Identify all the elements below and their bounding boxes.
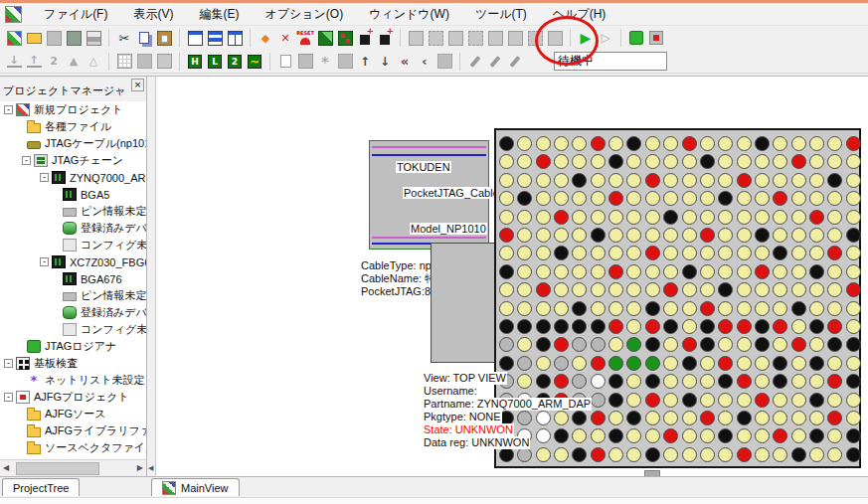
- splitter-collapse-icon[interactable]: ◀: [148, 464, 153, 472]
- status-field[interactable]: [554, 52, 667, 71]
- bga-ball[interactable]: [700, 191, 715, 206]
- bga-ball[interactable]: [718, 136, 733, 151]
- bga-ball[interactable]: [517, 337, 532, 352]
- bga-ball[interactable]: [645, 191, 660, 206]
- bga-ball[interactable]: [608, 337, 623, 352]
- bga-ball[interactable]: [682, 411, 697, 425]
- print-button[interactable]: [84, 27, 103, 49]
- bga-ball[interactable]: [572, 191, 587, 206]
- tree-item[interactable]: -ZYNQ7000_ARM_D: [0, 169, 146, 186]
- tree-item[interactable]: AJFGライブラリファイ: [0, 422, 146, 439]
- bga-ball[interactable]: [773, 282, 787, 297]
- bga-ball[interactable]: [755, 411, 770, 425]
- bga-ball[interactable]: [773, 173, 787, 188]
- bga-ball[interactable]: [809, 228, 824, 243]
- bga-ball[interactable]: [645, 136, 660, 151]
- bga-ball[interactable]: [737, 136, 752, 151]
- bga-ball[interactable]: [718, 356, 733, 371]
- bga-ball[interactable]: [608, 136, 623, 151]
- bga-ball[interactable]: [591, 282, 606, 297]
- bga-ball[interactable]: [663, 246, 678, 260]
- bga-ball[interactable]: [737, 356, 752, 371]
- bga-ball[interactable]: [791, 356, 806, 371]
- bga-ball[interactable]: [663, 393, 678, 408]
- bga-ball[interactable]: [499, 228, 514, 243]
- bga-ball[interactable]: [608, 356, 623, 371]
- bga-ball[interactable]: [572, 301, 587, 316]
- bga-ball[interactable]: [608, 154, 623, 169]
- bga-ball[interactable]: [809, 210, 824, 225]
- bga-ball[interactable]: [554, 301, 569, 316]
- bga-ball[interactable]: [645, 173, 660, 188]
- menu-item-edit[interactable]: 編集(E): [186, 3, 252, 25]
- bga-ball[interactable]: [663, 411, 678, 425]
- bga-ball[interactable]: [626, 374, 641, 389]
- tree-item[interactable]: 登録済みデバ: [0, 220, 146, 237]
- bga-ball[interactable]: [626, 228, 641, 243]
- bga-ball[interactable]: [809, 246, 824, 260]
- bga-ball[interactable]: [737, 246, 752, 260]
- bga-ball[interactable]: [718, 393, 733, 408]
- bga-ball[interactable]: [499, 191, 514, 206]
- bga-ball[interactable]: [791, 411, 806, 425]
- bga-ball[interactable]: [791, 447, 806, 462]
- bga-ball[interactable]: [591, 191, 606, 206]
- bga-ball[interactable]: [737, 210, 752, 225]
- bga-ball[interactable]: [554, 154, 569, 169]
- bga-ball[interactable]: [645, 319, 660, 334]
- waveform-button[interactable]: ~: [245, 51, 264, 73]
- bga-ball[interactable]: [536, 210, 551, 225]
- bga-ball[interactable]: [645, 228, 660, 243]
- bga-ball[interactable]: [755, 428, 770, 443]
- bga-ball[interactable]: [626, 191, 641, 206]
- bga-ball[interactable]: [809, 428, 824, 443]
- bga-ball[interactable]: [700, 282, 715, 297]
- bga-ball[interactable]: [682, 264, 697, 279]
- jtag-cable-box[interactable]: TOKUDEN PocketJTAG_Cable Model_NP1010: [369, 140, 489, 250]
- bga-ball[interactable]: [591, 447, 606, 462]
- bga-ball[interactable]: [846, 136, 861, 151]
- bga-drag-handle[interactable]: [644, 470, 660, 476]
- tab-main-view[interactable]: MainView: [151, 478, 240, 496]
- bga-ball[interactable]: [682, 447, 697, 462]
- bga-ball[interactable]: [809, 173, 824, 188]
- reset-button[interactable]: [295, 27, 315, 49]
- bga-ball[interactable]: [682, 428, 697, 443]
- panel-splitter[interactable]: ◀: [147, 76, 156, 476]
- step-prev-button[interactable]: ‹: [415, 51, 434, 73]
- bga-ball[interactable]: [809, 301, 824, 316]
- bga-ball[interactable]: [700, 264, 715, 279]
- bga-ball[interactable]: [663, 210, 678, 225]
- bga-ball[interactable]: [663, 282, 678, 297]
- menu-item-view[interactable]: 表示(V): [120, 3, 186, 25]
- bga-ball[interactable]: [554, 282, 569, 297]
- paste-button[interactable]: [154, 27, 174, 49]
- bga-ball[interactable]: [718, 173, 733, 188]
- bga-ball[interactable]: [517, 264, 532, 279]
- bga-ball[interactable]: [682, 154, 697, 169]
- bga-ball[interactable]: [626, 447, 641, 462]
- bga-ball[interactable]: [663, 356, 678, 371]
- bga-ball[interactable]: [773, 191, 787, 206]
- bga-ball[interactable]: [682, 337, 697, 352]
- bga-ball[interactable]: [773, 154, 787, 169]
- bga-ball[interactable]: [591, 136, 606, 151]
- bga-ball[interactable]: [700, 337, 715, 352]
- bga-ball[interactable]: [663, 191, 678, 206]
- connect-button[interactable]: ◆: [256, 27, 275, 49]
- bga-ball[interactable]: [773, 411, 787, 425]
- bga-ball[interactable]: [718, 154, 733, 169]
- bga-ball[interactable]: [626, 154, 641, 169]
- bga-ball[interactable]: [791, 228, 806, 243]
- bga-ball[interactable]: [700, 301, 715, 316]
- bga-ball[interactable]: [682, 210, 697, 225]
- bga-ball[interactable]: [536, 282, 551, 297]
- bga-ball[interactable]: [700, 136, 715, 151]
- bga-ball[interactable]: [846, 393, 861, 408]
- bga-ball[interactable]: [499, 264, 514, 279]
- move-down-button[interactable]: ↓: [375, 51, 395, 73]
- bga-ball[interactable]: [591, 356, 606, 371]
- bga-ball[interactable]: [499, 246, 514, 260]
- bga-ball[interactable]: [737, 282, 752, 297]
- bga-ball[interactable]: [572, 173, 587, 188]
